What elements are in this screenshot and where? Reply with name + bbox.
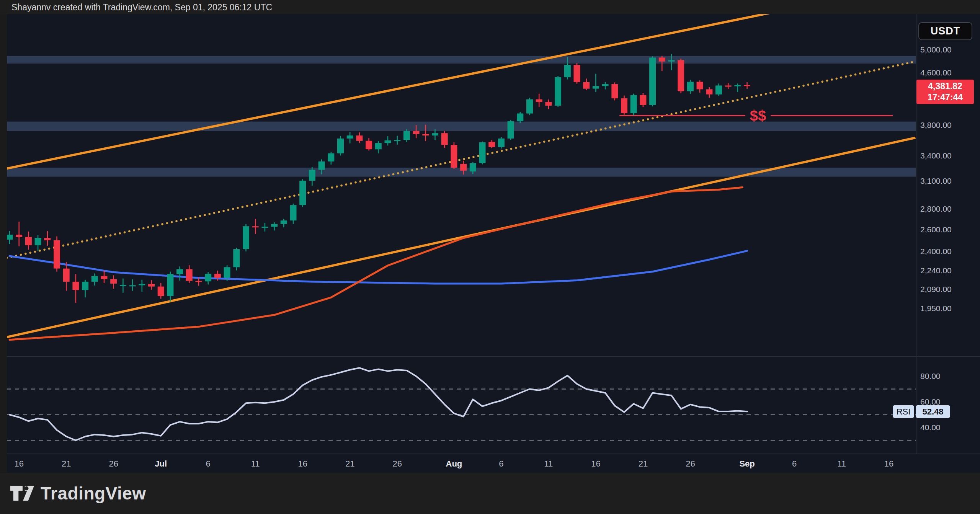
candle-body [328,153,334,162]
price-tick-label: 4,600.00 [920,68,952,77]
candle-body [337,139,344,153]
time-tick-label: 11 [544,459,553,468]
price-tick-label: 2,090.00 [920,285,952,294]
time-axis[interactable]: 162126Jul611162126Aug611162126Sep61116 [14,459,893,468]
rsi-tick-label: 80.00 [920,372,941,380]
time-tick-label: 11 [837,459,846,468]
symbol-badge-label: USDT [931,25,960,37]
candle-body [630,95,637,113]
candle-body [243,226,249,249]
dollar-annotation-text: $$ [750,108,766,124]
footer-bar: TradingView [0,473,980,514]
tradingview-logo-icon[interactable] [10,485,34,502]
candle-body [432,133,438,135]
candle-body [659,57,665,61]
time-tick-label: 16 [884,459,893,468]
candle-body [564,65,571,77]
price-tick-label: 3,400.00 [920,151,952,160]
candle-body [299,181,306,205]
time-tick-label: 21 [639,459,648,468]
time-tick-label: 6 [206,459,211,468]
dotted-trendline[interactable] [7,62,916,258]
ma-red [10,188,742,340]
candle-body [110,279,117,284]
candle-body [574,65,580,82]
time-tick-label: 26 [686,459,695,468]
candle-body [261,227,268,228]
candle-body [422,134,429,135]
candle-body [526,100,533,114]
candle-body [621,98,627,113]
candle-body [82,282,88,290]
candle-body [545,102,552,106]
candle-body [252,226,259,227]
candle-body [385,140,391,143]
candle-body [602,84,609,86]
candle-body [16,235,22,237]
candle-body [687,82,694,91]
candle-body [271,224,278,227]
symbol-badge[interactable]: USDT [918,22,972,40]
candle-body [196,281,202,282]
price-tick-label: 3,800.00 [920,121,952,129]
candle-body [148,284,155,287]
candle-body [441,133,448,145]
candle-body [611,84,618,98]
rsi-pane [7,368,916,440]
candle-body [649,57,656,105]
candle-body [366,141,372,149]
price-tick-label: 2,240.00 [920,266,952,275]
price-tick-label: 2,800.00 [920,204,952,213]
candle-body [460,164,467,171]
last-price-value: 4,381.82 [928,81,962,92]
candle-body [281,220,287,224]
rsi-indicator-label[interactable]: RSI [893,405,914,418]
price-tick-label: 2,600.00 [920,225,952,234]
rsi-tick-label: 40.00 [920,423,941,432]
candle-body [715,85,722,94]
time-tick-label: Jul [155,459,167,468]
candle-body [356,135,363,141]
time-tick-label: 11 [251,459,260,468]
candle-body [555,77,561,106]
candle-body [668,60,675,62]
resistance-zone [7,56,916,64]
time-tick-label: 6 [499,459,503,468]
candle-body [394,140,400,141]
rsi-tick-label: 60.00 [920,397,941,406]
candle-body [347,135,353,139]
brand-name[interactable]: TradingView [41,483,146,504]
candle-body [508,121,514,139]
price-tick-label: 3,100.00 [920,176,952,185]
dollar-annotation[interactable]: $$ [619,108,893,124]
candle-body [139,284,145,285]
candle-body [734,85,741,86]
candlesticks [7,54,751,303]
chart-canvas[interactable]: $$5,000.004,600.003,800.003,400.003,100.… [0,14,980,473]
time-tick-label: 16 [14,459,23,468]
candle-body [129,285,136,286]
upper-channel-line[interactable] [7,14,776,168]
time-tick-label: Sep [739,459,755,468]
last-price-label: 4,381.82 17:47:44 [916,80,974,104]
candle-body [158,287,164,296]
candle-body [72,282,79,290]
candle-body [583,82,590,89]
time-tick-label: 26 [109,459,118,468]
candle-body [7,235,13,240]
candle-body [375,143,382,149]
candle-body [167,274,173,296]
candle-body [451,145,457,168]
candle-body [744,85,750,86]
candle-body [224,267,230,278]
candle-body [176,269,183,274]
candle-body [205,274,211,282]
candle-body [186,269,193,281]
rsi-line [10,368,747,440]
watermark-text: Shayannv created with TradingView.com, S… [0,2,272,12]
candle-body [470,163,476,171]
candle-body [54,240,60,269]
left-margin-strip [0,14,7,473]
candle-body [403,131,410,140]
time-tick-label: 16 [298,459,307,468]
